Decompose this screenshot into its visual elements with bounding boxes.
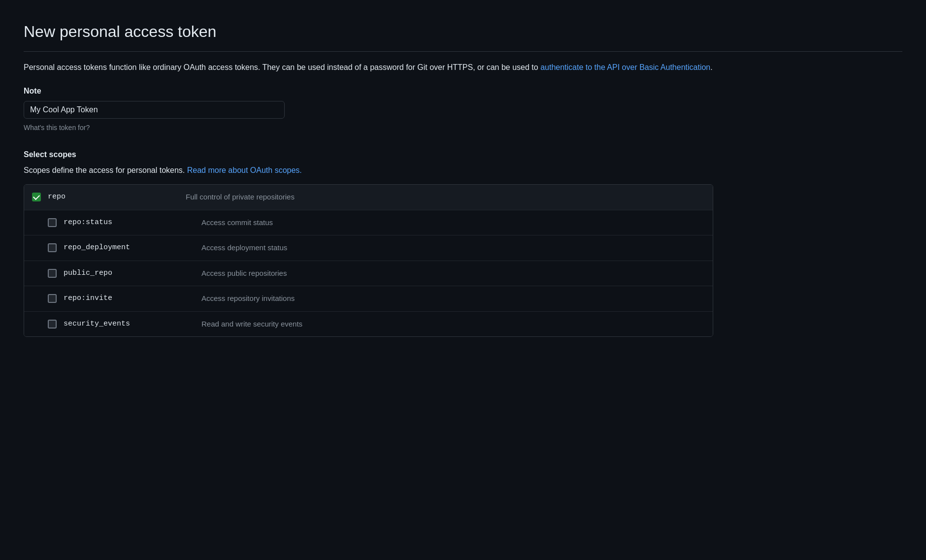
scopes-desc-before-link: Scopes define the access for personal to… xyxy=(24,166,187,174)
scope-desc-repo-deployment: Access deployment status xyxy=(201,242,287,254)
description-text-before-link: Personal access tokens function like ord… xyxy=(24,63,540,71)
scope-name-repo-status[interactable]: repo:status xyxy=(64,217,201,229)
scope-desc-repo-invite: Access repository invitations xyxy=(201,293,295,304)
scopes-section: Select scopes Scopes define the access f… xyxy=(24,149,902,337)
scope-desc-security-events: Read and write security events xyxy=(201,319,302,330)
scope-checkbox-repo[interactable] xyxy=(32,193,41,201)
scope-desc-repo: Full control of private repositories xyxy=(186,192,295,203)
divider xyxy=(24,51,902,52)
scope-checkbox-repo-invite[interactable] xyxy=(48,294,57,303)
scopes-learn-more-link[interactable]: Read more about OAuth scopes. xyxy=(187,166,302,174)
scopes-description: Scopes define the access for personal to… xyxy=(24,165,902,176)
scope-checkbox-repo-deployment[interactable] xyxy=(48,243,57,252)
description-text: Personal access tokens function like ord… xyxy=(24,62,713,73)
scope-name-repo[interactable]: repo xyxy=(48,192,186,203)
scope-row-repo-invite: repo:invite Access repository invitation… xyxy=(24,286,713,312)
scope-row-security-events: security_events Read and write security … xyxy=(24,312,713,337)
scopes-table: repo Full control of private repositorie… xyxy=(24,184,713,337)
scope-checkbox-repo-status[interactable] xyxy=(48,218,57,227)
scope-row-repo: repo Full control of private repositorie… xyxy=(24,185,713,210)
scope-name-public-repo[interactable]: public_repo xyxy=(64,268,201,279)
scope-desc-repo-status: Access commit status xyxy=(201,217,273,229)
scope-row-repo-status: repo:status Access commit status xyxy=(24,210,713,236)
scope-name-security-events[interactable]: security_events xyxy=(64,319,201,330)
note-label: Note xyxy=(24,85,902,97)
note-section: Note What's this token for? xyxy=(24,85,902,133)
scope-desc-public-repo: Access public repositories xyxy=(201,268,287,279)
page-title: New personal access token xyxy=(24,20,902,43)
scope-name-repo-invite[interactable]: repo:invite xyxy=(64,293,201,304)
note-input[interactable] xyxy=(24,101,285,119)
note-hint: What's this token for? xyxy=(24,123,902,133)
scope-checkbox-security-events[interactable] xyxy=(48,320,57,329)
description-link[interactable]: authenticate to the API over Basic Authe… xyxy=(540,63,710,71)
description-text-after-link: . xyxy=(710,63,712,71)
scope-checkbox-public-repo[interactable] xyxy=(48,269,57,278)
scope-name-repo-deployment[interactable]: repo_deployment xyxy=(64,242,201,254)
scopes-title: Select scopes xyxy=(24,149,902,161)
scope-row-repo-deployment: repo_deployment Access deployment status xyxy=(24,235,713,261)
scope-row-public-repo: public_repo Access public repositories xyxy=(24,261,713,287)
